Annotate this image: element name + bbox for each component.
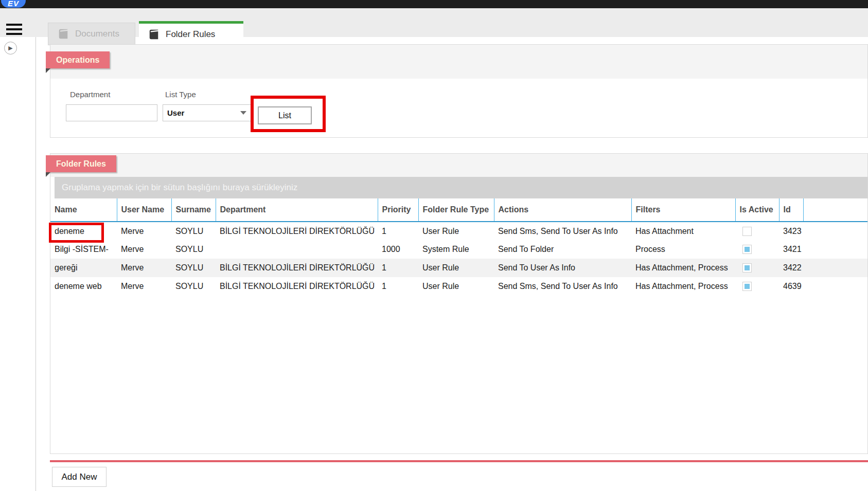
column-header-surname[interactable]: Surname	[171, 198, 216, 222]
cell-priority[interactable]: 1	[378, 277, 418, 296]
app-logo[interactable]: EV	[1, 0, 26, 8]
folder-rules-title-label: Folder Rules	[56, 159, 106, 168]
tab-documents[interactable]: Documents	[48, 23, 135, 45]
list-type-dropdown[interactable]: User	[163, 104, 251, 121]
cell-actions[interactable]: Send Sms, Send To User As Info	[494, 277, 631, 296]
is-active-checkbox[interactable]	[742, 263, 752, 272]
is-active-checkbox[interactable]	[742, 282, 752, 291]
cell-department[interactable]: BİLGİ TEKNOLOJİLERİ DİREKTÖRLÜĞÜ	[216, 277, 378, 296]
is-active-checkbox[interactable]	[742, 245, 752, 254]
cell-filters[interactable]: Has Attachment, Process	[631, 277, 735, 296]
grid-group-by-bar[interactable]: Gruplama yapmak için bir sütun başlığını…	[55, 177, 867, 198]
cell-folder-rule-type[interactable]: System Rule	[418, 240, 494, 259]
cell-actions[interactable]: Send To Folder	[494, 240, 631, 259]
caret-down-icon	[240, 111, 246, 115]
folder-rules-panel-header	[50, 154, 867, 177]
cell-id[interactable]: 4639	[779, 277, 803, 296]
list-type-label: List Type	[165, 90, 196, 99]
cell-empty	[803, 277, 867, 296]
tab-folder-rules-label: Folder Rules	[166, 29, 215, 40]
cell-priority[interactable]: 1000	[378, 240, 418, 259]
folder-rules-panel-title: Folder Rules	[46, 155, 116, 172]
cell-surname[interactable]: SOYLU	[171, 240, 216, 259]
tab-strip: Documents Folder Rules	[0, 8, 868, 37]
cell-empty	[803, 240, 867, 259]
column-header-filters[interactable]: Filters	[631, 198, 735, 222]
cell-name[interactable]: deneme web	[50, 277, 117, 296]
add-new-button[interactable]: Add New	[52, 467, 107, 487]
cell-filters[interactable]: Process	[631, 240, 735, 259]
cell-surname[interactable]: SOYLU	[171, 259, 216, 277]
cell-user-name[interactable]: Merve	[117, 240, 171, 259]
cell-empty	[803, 222, 867, 240]
list-button[interactable]: List	[258, 106, 312, 124]
column-header-empty	[803, 198, 867, 222]
folder-rules-grid: Name User Name Surname Department Priori…	[50, 198, 867, 296]
sidebar-expand-button[interactable]: ▶	[4, 42, 17, 54]
cell-name[interactable]: gereği	[50, 259, 117, 277]
cell-filters[interactable]: Has Attachment	[631, 222, 735, 240]
ribbon-fold-decoration	[46, 172, 50, 177]
hamburger-menu-icon[interactable]	[6, 24, 22, 35]
book-icon	[148, 29, 160, 40]
operations-title-label: Operations	[56, 56, 99, 64]
cell-id[interactable]: 3421	[779, 240, 803, 259]
operations-panel-title: Operations	[46, 51, 110, 68]
left-sidebar: ▶	[0, 37, 36, 491]
column-header-folder-rule-type[interactable]: Folder Rule Type	[418, 198, 494, 222]
column-header-user-name[interactable]: User Name	[117, 198, 171, 222]
cell-actions[interactable]: Send To User As Info	[494, 259, 631, 277]
department-input[interactable]	[66, 104, 157, 121]
operations-panel: Operations Department List Type User Lis…	[50, 44, 868, 138]
grid-row[interactable]: deneme Merve SOYLU BİLGİ TEKNOLOJİLERİ D…	[50, 222, 867, 240]
top-app-bar: EV	[0, 0, 868, 8]
cell-folder-rule-type[interactable]: User Rule	[418, 277, 494, 296]
is-active-checkbox[interactable]	[742, 227, 752, 236]
cell-department[interactable]: BİLGİ TEKNOLOJİLERİ DİREKTÖRLÜĞÜ	[216, 222, 378, 240]
cell-is-active	[735, 240, 779, 259]
column-header-id[interactable]: Id	[779, 198, 803, 222]
cell-actions[interactable]: Send Sms, Send To User As Info	[494, 222, 631, 240]
cell-id[interactable]: 3423	[779, 222, 803, 240]
cell-user-name[interactable]: Merve	[117, 259, 171, 277]
cell-filters[interactable]: Has Attachment, Process	[631, 259, 735, 277]
chevron-right-icon: ▶	[8, 45, 12, 51]
cell-priority[interactable]: 1	[378, 222, 418, 240]
bottom-accent-line	[50, 460, 868, 462]
cell-department[interactable]	[216, 240, 378, 259]
cell-user-name[interactable]: Merve	[117, 277, 171, 296]
cell-is-active	[735, 259, 779, 277]
cell-surname[interactable]: SOYLU	[171, 277, 216, 296]
grid-row[interactable]: gereği Merve SOYLU BİLGİ TEKNOLOJİLERİ D…	[50, 259, 867, 277]
column-header-department[interactable]: Department	[216, 198, 378, 222]
cell-name[interactable]: Bilgi -SİSTEM-	[50, 240, 117, 259]
cell-empty	[803, 259, 867, 277]
tab-folder-rules[interactable]: Folder Rules	[139, 21, 243, 45]
list-type-selected-value: User	[167, 108, 240, 117]
column-header-priority[interactable]: Priority	[378, 198, 418, 222]
department-label: Department	[70, 90, 110, 99]
folder-rules-panel: Folder Rules Gruplama yapmak için bir sü…	[50, 153, 868, 454]
column-header-actions[interactable]: Actions	[494, 198, 631, 222]
cell-is-active	[735, 222, 779, 240]
cell-id[interactable]: 3422	[779, 259, 803, 277]
cell-priority[interactable]: 1	[378, 259, 418, 277]
grid-header-row: Name User Name Surname Department Priori…	[50, 198, 867, 222]
cell-is-active	[735, 277, 779, 296]
cell-department[interactable]: BİLGİ TEKNOLOJİLERİ DİREKTÖRLÜĞÜ	[216, 259, 378, 277]
cell-name[interactable]: deneme	[50, 222, 117, 240]
grid-row[interactable]: Bilgi -SİSTEM- Merve SOYLU 1000 System R…	[50, 240, 867, 259]
column-header-name[interactable]: Name	[50, 198, 117, 222]
grid-row[interactable]: deneme web Merve SOYLU BİLGİ TEKNOLOJİLE…	[50, 277, 867, 296]
cell-user-name[interactable]: Merve	[117, 222, 171, 240]
tab-documents-label: Documents	[75, 29, 119, 39]
cell-surname[interactable]: SOYLU	[171, 222, 216, 240]
operations-panel-header	[50, 45, 867, 79]
ribbon-fold-decoration	[46, 68, 50, 73]
cell-folder-rule-type[interactable]: User Rule	[418, 259, 494, 277]
book-icon	[58, 28, 69, 40]
column-header-is-active[interactable]: Is Active	[735, 198, 779, 222]
cell-folder-rule-type[interactable]: User Rule	[418, 222, 494, 240]
